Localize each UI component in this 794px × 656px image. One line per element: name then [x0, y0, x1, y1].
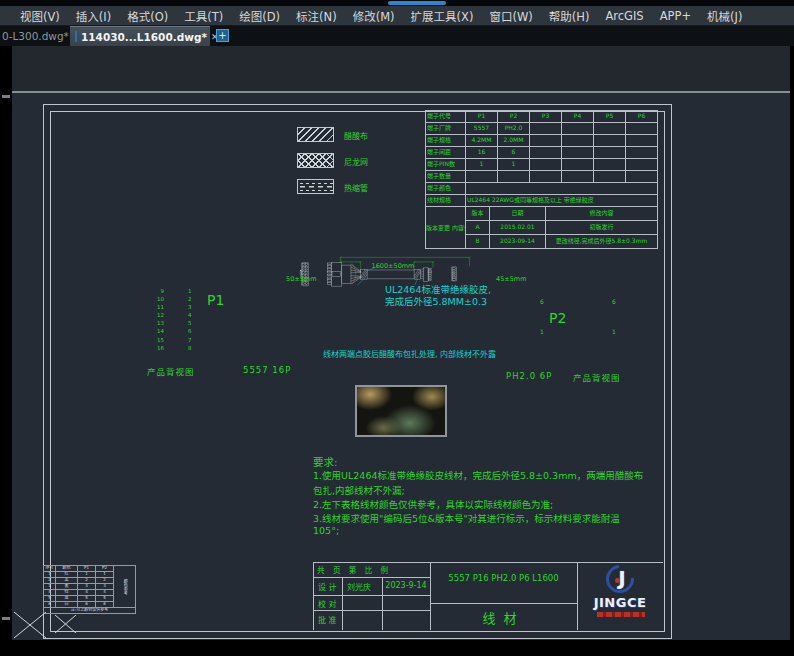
- designer-name: 刘光庆: [347, 581, 371, 592]
- menu-draw[interactable]: 绘图(D): [231, 8, 288, 24]
- revision-table: 版本变更 内容说明 版本 日期 修改内容 A2015.02.01初版发行 B20…: [425, 206, 658, 249]
- menu-modify[interactable]: 修改(M): [345, 8, 403, 24]
- new-tab-icon[interactable]: [216, 29, 229, 42]
- cell: [594, 135, 626, 147]
- cell: P5: [594, 111, 626, 123]
- cell: [626, 147, 658, 159]
- cell: 2.0MM: [498, 135, 530, 147]
- cell: 端子间距: [426, 147, 466, 159]
- cell: [626, 135, 658, 147]
- p2-pin-top: 6: [540, 298, 544, 305]
- logo-dot-icon: [615, 578, 620, 583]
- cell: P1: [466, 111, 498, 123]
- menu-mechanical[interactable]: 机械(J): [699, 8, 750, 24]
- titleblock-line: [342, 577, 343, 630]
- requirements-title: 要求:: [313, 454, 338, 469]
- wrap-band-left: [360, 269, 367, 279]
- cell: 端子颜色: [426, 183, 466, 195]
- cell: [562, 159, 594, 171]
- p2-rear-pin-bottom: 1: [612, 328, 616, 335]
- p2-rear-view: [452, 267, 457, 281]
- terminal-spec-table: 端子代号P1P2P3P4P5P6 端子厂牌5557PH2.0 端子规格4.2MM…: [425, 110, 658, 207]
- requirement-line: 2.左下表格线材颜色仅供参考，具体以实际线材颜色为准;: [313, 497, 553, 511]
- tab-active-label: 114030...L1600.dwg*: [81, 31, 207, 43]
- menu-app-plus[interactable]: APP+: [652, 9, 699, 23]
- cell: A: [466, 221, 490, 235]
- titleblock-line: [313, 595, 430, 596]
- cell: PH2.0: [498, 123, 530, 135]
- legend-label-nylon: 尼龙网: [344, 156, 368, 167]
- cell: B: [466, 235, 490, 249]
- logo-j-icon: J: [610, 564, 634, 592]
- cell: 1: [466, 159, 498, 171]
- cell: P4: [562, 111, 594, 123]
- dim-right-label: 45±5mm: [496, 275, 527, 283]
- legend-label-acetate: 醋酸布: [344, 130, 368, 141]
- cell: [594, 159, 626, 171]
- titlebar-highlight: [388, 1, 446, 5]
- menu-dimension[interactable]: 标注(N): [288, 8, 345, 24]
- cell: 日期: [490, 207, 546, 221]
- layout-tick-top: [2, 95, 10, 98]
- cell: 2023-09-14: [490, 235, 546, 249]
- heatshrink-arc: [352, 264, 356, 285]
- menu-help[interactable]: 帮助(H): [541, 8, 598, 24]
- cell: 端子代号: [426, 111, 466, 123]
- logo-subtext-strip: [597, 612, 645, 617]
- legend-swatch-acetate: [297, 127, 334, 142]
- p1-label: P1: [207, 292, 224, 308]
- menu-tools[interactable]: 工具(T): [176, 8, 231, 24]
- cell: 4.2MM: [466, 135, 498, 147]
- cell: 初版发行: [546, 221, 658, 235]
- titleblock-line: [577, 562, 578, 630]
- cell: 端子PIN数: [426, 159, 466, 171]
- note-jacket-line2: 完成后外径5.8MM±0.3: [385, 294, 487, 308]
- legend-swatch-nylon: [297, 153, 334, 168]
- titleblock-line: [313, 577, 430, 578]
- menu-view[interactable]: 视图(V): [12, 8, 68, 24]
- cell: UL2464 22AWG或同等规格及以上 带绝缘胶皮: [466, 195, 658, 207]
- cable-photo: [355, 385, 447, 437]
- dim-left-label: 50±5mm: [286, 275, 317, 283]
- tab-active-dwg[interactable]: 114030...L1600.dwg*: [70, 26, 210, 46]
- document-tab-bar: 0-L300.dwg* 114030...L1600.dwg*: [0, 26, 794, 46]
- dwg-file-icon: [75, 31, 77, 42]
- part-number: 5557 P16 PH2.0 P6 L1600: [432, 573, 575, 583]
- check-label: 校 对: [318, 598, 337, 609]
- menu-format[interactable]: 格式(O): [119, 8, 176, 24]
- menu-insert[interactable]: 插入(I): [68, 8, 119, 24]
- cell: [594, 123, 626, 135]
- toolbar-strip: [12, 46, 790, 91]
- p2-connector-label: PH2.0 6P: [506, 371, 552, 381]
- cable-body: [367, 270, 414, 279]
- menu-express-tools[interactable]: 扩展工具(X): [403, 8, 482, 24]
- cell: [530, 123, 562, 135]
- menu-window[interactable]: 窗口(W): [481, 8, 540, 24]
- cell: [530, 171, 562, 183]
- requirement-line: 包扎,内部线材不外漏;: [313, 483, 405, 497]
- titleblock-line: [313, 562, 663, 563]
- cell: [626, 123, 658, 135]
- cell: [530, 135, 562, 147]
- cell: [562, 123, 594, 135]
- pages-scale-row: 共 页 第 比 例: [317, 564, 391, 575]
- cell: 5557: [466, 123, 498, 135]
- approve-label: 批 准: [318, 614, 337, 625]
- cell: 线材规格: [426, 195, 466, 207]
- cell: 端子规格: [426, 135, 466, 147]
- tab-inactive-dwg[interactable]: 0-L300.dwg*: [2, 26, 69, 46]
- cell: P6: [626, 111, 658, 123]
- menu-arcgis[interactable]: ArcGIS: [597, 9, 651, 23]
- cell: [626, 171, 658, 183]
- cell: 修改内容: [546, 207, 658, 221]
- cell: 端子厂牌: [426, 123, 466, 135]
- cell: P2: [498, 111, 530, 123]
- note-wrap: 线材两端点胶后醋酸布包扎处理, 内部线材不外露: [323, 348, 496, 359]
- cell: [530, 147, 562, 159]
- titleblock-line: [313, 562, 314, 630]
- titleblock-line: [382, 577, 383, 630]
- design-date: 2023-9-14: [384, 581, 428, 590]
- legend-label-heatshrink: 热缩管: [344, 182, 368, 193]
- cell: [562, 171, 594, 183]
- cell: [562, 147, 594, 159]
